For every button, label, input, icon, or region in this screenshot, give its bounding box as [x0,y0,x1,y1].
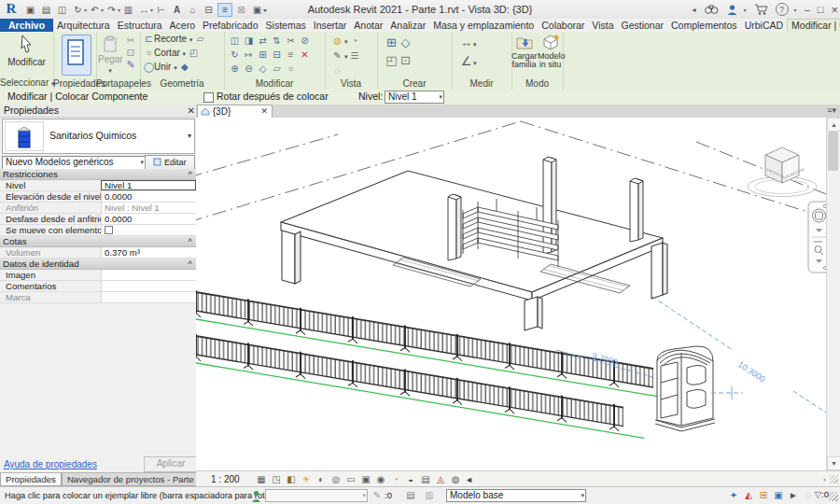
mirror-draw-icon[interactable]: ⇅ [270,35,284,48]
shadows-icon[interactable]: ☀ [299,473,314,486]
view-tab-3d[interactable]: {3D}✕ [197,105,273,118]
properties-help-link[interactable]: Ayuda de propiedades [4,459,97,469]
offset-icon[interactable]: ◨ [242,35,256,48]
panel-label-modificar[interactable]: Modificar [224,77,325,90]
cut-button[interactable]: ○Cortar ▾ ◰ [144,48,199,58]
property-row[interactable]: NivelNivel 1 [0,180,196,191]
worksharing-display-icon[interactable]: ◍ [448,473,463,486]
scrollbar-thumb[interactable] [828,132,838,171]
reveal-constraints-icon[interactable]: ◬ [433,473,448,486]
design-options-combobox[interactable]: ▾ [265,489,368,502]
user-account-icon[interactable] [726,4,738,16]
type-selector[interactable]: Sanitarios Quimicos ▾ [2,119,195,154]
close-button[interactable]: × [831,3,838,17]
property-row[interactable]: Marca [0,292,196,303]
drag-on-selection-icon[interactable]: ► [786,488,801,503]
ribbon-tab-anotar[interactable]: Anotar [350,19,386,32]
copy-modify-icon[interactable]: ◇ [256,63,270,76]
property-row[interactable]: Imagen [0,270,196,281]
show-crop-region-icon[interactable]: ▭ [343,473,358,486]
property-row[interactable]: Se mueve con elementos c... [0,225,196,236]
navigation-bar[interactable] [808,202,827,273]
portable-toilet[interactable] [655,346,715,431]
render-icon[interactable]: ◔ [348,35,362,48]
split-icon[interactable]: ✂ [284,35,298,48]
ribbon-tab-urbicad[interactable]: UrbiCAD [741,19,787,32]
property-row[interactable]: Desfase desde el anfitrión0.0000 [0,214,196,225]
ribbon-tab-arquitectura[interactable]: Arquitectura [53,19,114,32]
close-view-icon[interactable]: ✕ [260,105,268,118]
select-by-face-icon[interactable]: ▣ [771,488,786,503]
scroll-down-icon[interactable]: ▼ [827,456,840,470]
background-processes-icon[interactable]: ◌ [801,488,816,503]
create-parts-icon[interactable]: ◰ [385,54,399,67]
worksets-dialog-icon[interactable]: ▤ [403,488,418,503]
cut-icon[interactable]: ✂ [124,35,137,47]
ribbon-tab-estructura[interactable]: Estructura [114,19,166,32]
window-resize-grip[interactable] [829,492,838,501]
platform-deck[interactable] [281,171,667,330]
search-binoculars-icon[interactable] [704,4,719,15]
join-button[interactable]: ◯Unir ▾ ◆ [144,62,189,72]
create-similar-icon[interactable]: ⊡ [399,54,413,67]
temporary-hide-isolate-icon[interactable]: ◉ [373,473,388,486]
analytical-model-icon[interactable]: ▤ [418,473,433,486]
mirror-axis-icon[interactable]: ⇄ [256,35,270,48]
measure-between-icon[interactable]: ↔ [459,36,473,49]
move-icon[interactable]: ↦ [242,49,256,62]
properties-header[interactable]: Propiedades✕ [0,105,199,118]
ribbon-tab-gestionar[interactable]: Gestionar [617,19,667,32]
ribbon-tab-analizar[interactable]: Analizar [386,19,429,32]
temporary-view-properties-icon[interactable]: ◒ [403,473,418,486]
create-group-icon[interactable]: ⊞ [385,36,399,49]
ribbon-tab-sistemas[interactable]: Sistemas [262,19,310,32]
section-header[interactable]: Datos de identidad^ [0,259,196,270]
lightbulb-icon[interactable]: ◍ [330,35,344,48]
view-tab-list-icon[interactable]: ≡▾ [827,105,836,115]
property-row[interactable]: Comentarios [0,281,196,292]
cut-geometry-extra-icon[interactable]: ▱ [195,34,205,44]
select-underlay-icon[interactable]: ◭ [741,488,756,503]
property-row[interactable]: Volumen0.370 m³ [0,247,196,259]
rotate-after-checkbox[interactable] [203,92,214,103]
pan-right-icon[interactable]: › [823,475,826,484]
align-icon[interactable]: ◫ [228,35,242,48]
guide-grid-icon[interactable]: ◌ [330,64,344,77]
ribbon-tab-insertar[interactable]: Insertar [310,19,351,32]
properties-toggle-button[interactable] [62,35,91,76]
demolish-icon[interactable]: ◰ [189,48,199,58]
trim-icon[interactable]: ⊘ [298,35,312,48]
panel-label-portapapeles[interactable]: Portapapeles [96,77,140,90]
site-fences[interactable] [196,289,674,438]
maximize-button[interactable]: □ [818,4,824,15]
steel-lines-icon[interactable]: ☰ [348,49,362,63]
minimize-button[interactable]: – [805,4,810,15]
unpin-icon[interactable]: ⊖ [242,63,256,76]
pin-icon[interactable]: ⊕ [228,63,242,76]
worksets-gray-icon[interactable]: ▥ [422,488,437,503]
paste-button[interactable]: Pegar▾ [98,35,122,75]
checkbox[interactable] [105,226,113,234]
linework-icon[interactable]: ✎ [330,49,344,63]
ribbon-tab-vista[interactable]: Vista [588,19,617,32]
section-pin-icon[interactable]: ^ [188,259,192,269]
ribbon-tab-acero[interactable]: Acero [166,19,199,32]
match-type-icon[interactable]: ✎ [124,59,137,71]
render-dialog-icon[interactable]: ◐ [314,473,329,486]
load-family-button[interactable]: Cargar familia [511,34,537,69]
cope-button[interactable]: ⊏Recorte ▾ ▱ [144,34,205,44]
worker-icon[interactable] [250,490,262,503]
chevron-down-icon[interactable]: ▾ [188,132,191,140]
resize-grip[interactable] [830,475,838,483]
ribbon-tab-colaborar[interactable]: Colaborar [538,19,588,32]
section-header[interactable]: Cotas^ [0,236,196,247]
select-pinned-icon[interactable]: ⊞ [756,488,771,503]
panel-label-medir[interactable]: Medir [452,77,511,90]
delete-icon[interactable]: ✕ [298,49,312,62]
level-combobox[interactable]: Nivel 1▾ [385,91,444,104]
vertical-scrollbar[interactable]: ▲ ▼ [826,118,840,470]
view-scale-button[interactable]: 1 : 200 [211,474,254,484]
family-combobox[interactable]: Nuevo Modelos genéricos▾ [2,156,146,170]
section-pin-icon[interactable]: ^ [188,169,192,179]
scroll-up-icon[interactable]: ▲ [827,118,840,132]
